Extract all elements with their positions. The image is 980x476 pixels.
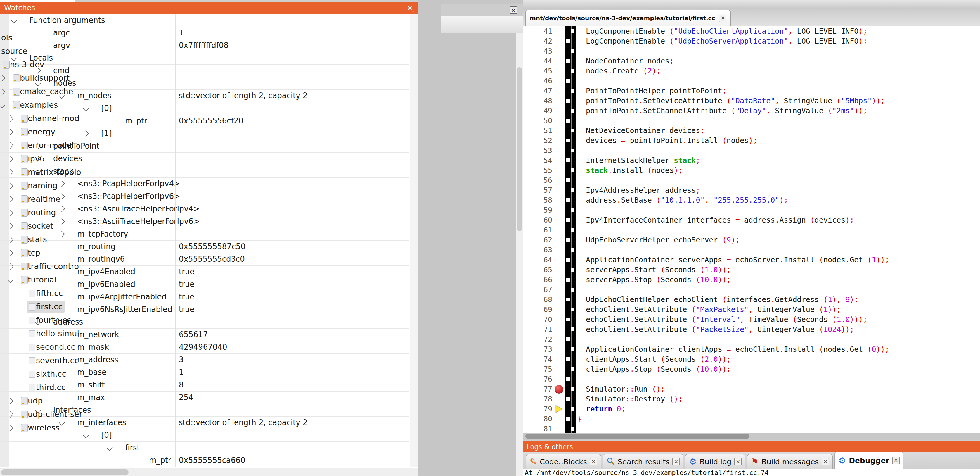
code-line[interactable]: Ipv4InterfaceContainer interfaces = addr… xyxy=(577,215,854,225)
watch-row[interactable]: Function arguments xyxy=(0,14,409,27)
tree-item-routing[interactable]: routing xyxy=(0,206,75,219)
code-line[interactable]: ApplicationContainer serverApps = echoSe… xyxy=(577,255,889,265)
tree-item-fifth-cc[interactable]: fifth.cc xyxy=(0,286,75,300)
watches-vertical-scrollbar[interactable] xyxy=(410,14,418,467)
logs-tab-debugger[interactable]: ⚙Debugger× xyxy=(835,452,903,469)
code-line[interactable]: echoClient.SetAttribute ("PacketSize", U… xyxy=(577,324,854,334)
code-line[interactable]: NetDeviceContainer devices; xyxy=(577,126,705,136)
chevron-right-icon[interactable] xyxy=(7,425,13,431)
chevron-down-icon[interactable] xyxy=(0,102,5,108)
code-line[interactable]: devices = pointToPoint.Install (nodes); xyxy=(577,136,757,145)
chevron-right-icon[interactable] xyxy=(7,156,13,162)
tree-item-examples[interactable]: examples xyxy=(0,98,75,112)
watches-titlebar[interactable]: Watches xyxy=(0,2,418,14)
tree-item-realtime[interactable]: realtime xyxy=(0,192,75,206)
tree-item-tutorial[interactable]: tutorial xyxy=(0,273,75,286)
code-line[interactable]: LogComponentEnable ("UdpEchoServerApplic… xyxy=(577,36,867,46)
tree-item-fourth-cc[interactable]: fourth.cc xyxy=(0,313,75,327)
chevron-right-icon[interactable] xyxy=(7,264,13,270)
code-line[interactable]: UdpEchoClientHelper echoClient (interfac… xyxy=(577,295,858,305)
chevron-right-icon[interactable] xyxy=(7,250,13,256)
chevron-down-icon[interactable] xyxy=(11,17,17,23)
tree-item-channel-mod[interactable]: channel-mod xyxy=(0,112,75,125)
chevron-right-icon[interactable] xyxy=(7,398,13,404)
tree-item-ns-3-dev[interactable]: ns-3-dev xyxy=(0,58,75,71)
watches-column-divider[interactable] xyxy=(348,14,349,467)
code-line[interactable]: } xyxy=(577,414,581,424)
chevron-right-icon[interactable] xyxy=(0,89,5,95)
management-close-icon[interactable]: × xyxy=(509,6,517,14)
chevron-right-icon[interactable] xyxy=(7,183,13,189)
code-line[interactable]: clientApps.Stop (Seconds (10.0)); xyxy=(577,364,731,374)
code-line[interactable]: echoClient.SetAttribute ("MaxPackets", U… xyxy=(577,305,841,315)
code-line[interactable]: return 0; xyxy=(577,404,625,414)
chevron-right-icon[interactable] xyxy=(7,129,13,135)
code-line[interactable]: echoClient.SetAttribute ("Interval", Tim… xyxy=(577,315,867,324)
watch-row[interactable]: m_ptr0x5555555ca660 xyxy=(0,454,409,467)
code-line[interactable]: Simulator::Run (); xyxy=(577,384,665,394)
chevron-right-icon[interactable] xyxy=(7,142,13,149)
tab-close-icon[interactable]: × xyxy=(734,458,741,465)
chevron-down-icon[interactable] xyxy=(83,432,89,438)
tree-item-traffic-contro[interactable]: traffic-contro xyxy=(0,260,75,273)
chevron-down-icon[interactable] xyxy=(7,277,13,283)
chevron-down-icon[interactable] xyxy=(83,105,89,112)
tree-item-ipv6[interactable]: ipv6 xyxy=(0,152,75,166)
tab-close-icon[interactable]: × xyxy=(672,458,679,465)
tree-item-cmake-cache[interactable]: cmake_cache xyxy=(0,85,75,98)
code-line[interactable]: InternetStackHelper stack; xyxy=(577,155,700,166)
editor-tab-first-cc[interactable]: mnt/dev/tools/source/ns-3-dev/examples/t… xyxy=(525,10,731,26)
logs-tab-build-log[interactable]: ⚙Build log× xyxy=(685,454,745,469)
tree-item-socket[interactable]: socket xyxy=(0,219,75,233)
editor-horizontal-scrollbar-thumb[interactable] xyxy=(525,434,749,439)
logs-tab-code-blocks[interactable]: ✎Code::Blocks× xyxy=(526,454,601,469)
chevron-right-icon[interactable] xyxy=(7,210,13,216)
chevron-down-icon[interactable] xyxy=(107,445,113,451)
tree-item-seventh-cc[interactable]: seventh.cc xyxy=(0,354,75,367)
tree-item-naming[interactable]: naming xyxy=(0,179,75,192)
logs-tab-build-messages[interactable]: ⚑Build messages× xyxy=(747,454,833,469)
chevron-right-icon[interactable] xyxy=(7,236,13,243)
chevron-right-icon[interactable] xyxy=(7,169,13,176)
code-line[interactable]: address.SetBase ("10.1.1.0", "255.255.25… xyxy=(577,195,788,205)
code-line[interactable]: NodeContainer nodes; xyxy=(577,56,674,66)
tree-item-wireless[interactable]: wireless xyxy=(0,421,75,434)
watch-row[interactable]: first xyxy=(0,441,409,454)
tree-item-second-cc[interactable]: second.cc xyxy=(0,340,75,354)
code-line[interactable]: stack.Install (nodes); xyxy=(577,166,682,176)
code-line[interactable]: PointToPointHelper pointToPoint; xyxy=(577,86,727,96)
tree-item-stats[interactable]: stats xyxy=(0,233,75,246)
chevron-right-icon[interactable] xyxy=(0,75,5,81)
tree-item-hello-simul[interactable]: hello-simul xyxy=(0,327,75,340)
logs-tab-search-results[interactable]: Search results× xyxy=(603,454,684,469)
tree-item-third-cc[interactable]: third.cc xyxy=(0,381,75,394)
code-line[interactable]: UdpEchoServerHelper echoServer (9); xyxy=(577,235,740,245)
tree-item-udp-client-ser[interactable]: udp-client-ser xyxy=(0,407,75,421)
code-line[interactable]: serverApps.Stop (Seconds (10.0)); xyxy=(577,275,731,285)
tab-close-icon[interactable]: × xyxy=(892,457,900,464)
tree-item-tcp[interactable]: tcp xyxy=(0,246,75,260)
tab-close-icon[interactable]: × xyxy=(822,458,829,465)
code-line[interactable]: LogComponentEnable ("UdpEchoClientApplic… xyxy=(577,26,867,36)
editor-fold-margin[interactable] xyxy=(565,26,576,433)
chevron-right-icon[interactable] xyxy=(7,196,13,202)
watches-horizontal-scrollbar-thumb[interactable] xyxy=(1,469,129,475)
chevron-right-icon[interactable] xyxy=(7,115,13,121)
tree-item-error-model[interactable]: error-model xyxy=(0,139,75,152)
code-line[interactable]: ApplicationContainer clientApps = echoCl… xyxy=(577,344,889,355)
tree-item-source[interactable]: source xyxy=(0,45,75,58)
code-line[interactable]: pointToPoint.SetChannelAttribute ("Delay… xyxy=(577,106,867,116)
tree-item-ols[interactable]: ols xyxy=(0,31,75,45)
code-line[interactable]: serverApps.Start (Seconds (1.0)); xyxy=(577,265,731,275)
watches-close-icon[interactable]: × xyxy=(406,3,414,12)
tree-item-buildsupport[interactable]: buildsupport xyxy=(0,71,75,85)
chevron-right-icon[interactable] xyxy=(83,130,89,137)
editor-tab-close-icon[interactable]: × xyxy=(719,14,726,22)
tree-vertical-scrollbar-thumb[interactable] xyxy=(517,67,522,231)
tree-item-first-cc[interactable]: first.cc xyxy=(0,300,75,313)
breakpoint-icon[interactable] xyxy=(555,385,563,393)
logs-titlebar[interactable]: Logs & others xyxy=(523,441,980,452)
watches-column-divider[interactable] xyxy=(175,14,176,467)
chevron-right-icon[interactable] xyxy=(7,223,13,229)
code-line[interactable]: Ipv4AddressHelper address; xyxy=(577,185,700,195)
